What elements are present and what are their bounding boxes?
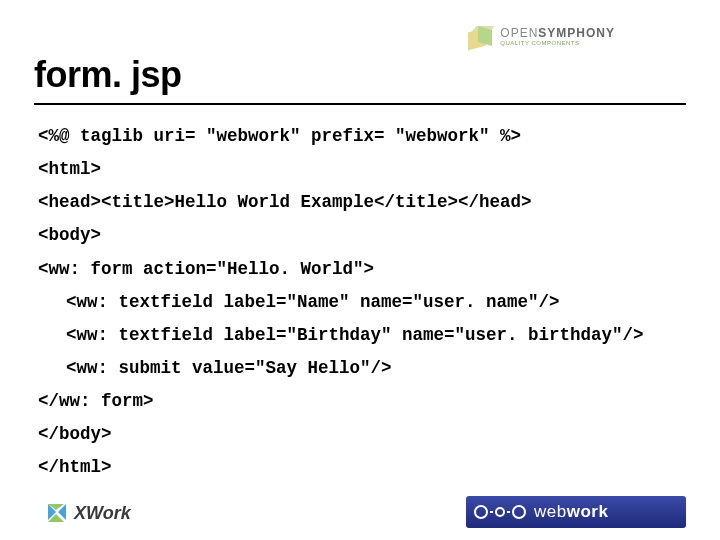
webwork-logo: webwork	[466, 496, 686, 528]
webwork-label: webwork	[534, 502, 608, 522]
slide-title: form. jsp	[34, 54, 182, 96]
code-line: <ww: textfield label="Name" name="user. …	[38, 292, 682, 312]
xwork-logo: XWork	[44, 500, 131, 526]
xwork-icon	[44, 500, 70, 526]
webwork-label-bold: work	[567, 502, 609, 521]
webwork-label-light: web	[534, 502, 567, 521]
opensymphony-logo: OPENSYMPHONY QUALITY COMPONENTS	[466, 22, 615, 50]
xwork-label: XWork	[74, 503, 131, 524]
title-underline	[34, 103, 686, 105]
code-line: <ww: form action="Hello. World">	[38, 259, 682, 279]
webwork-icon	[474, 505, 526, 519]
logo-text-light: OPEN	[500, 26, 538, 40]
code-line: <body>	[38, 225, 682, 245]
cube-icon	[466, 22, 494, 50]
code-line: <ww: textfield label="Birthday" name="us…	[38, 325, 682, 345]
logo-text-bold: SYMPHONY	[538, 26, 615, 40]
opensymphony-logo-text: OPENSYMPHONY QUALITY COMPONENTS	[500, 27, 615, 46]
code-line: </body>	[38, 424, 682, 444]
logo-tagline: QUALITY COMPONENTS	[500, 40, 615, 46]
code-line: </html>	[38, 457, 682, 477]
code-line: </ww: form>	[38, 391, 682, 411]
code-line: <html>	[38, 159, 682, 179]
code-line: <ww: submit value="Say Hello"/>	[38, 358, 682, 378]
code-line: <head><title>Hello World Example</title>…	[38, 192, 682, 212]
code-line: <%@ taglib uri= "webwork" prefix= "webwo…	[38, 126, 682, 146]
code-block: <%@ taglib uri= "webwork" prefix= "webwo…	[38, 126, 682, 490]
